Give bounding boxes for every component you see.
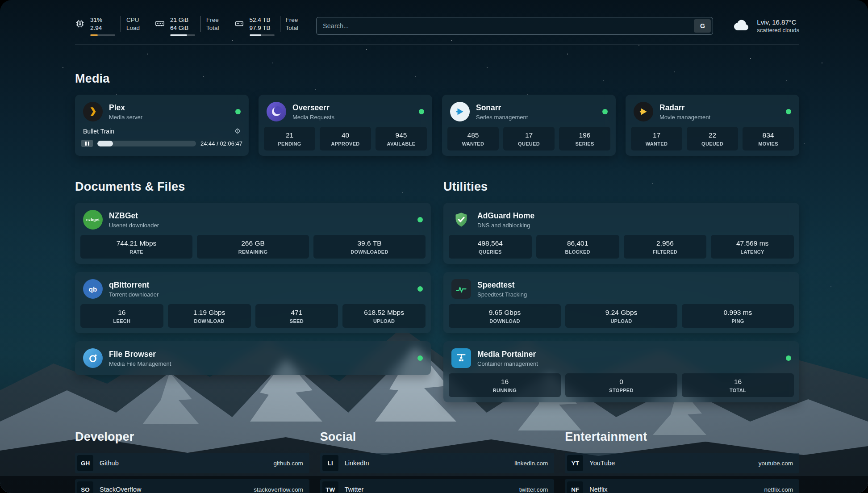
service-card-speedtest[interactable]: Speedtest Speedtest Tracking 9.65 Gbps D… xyxy=(443,272,799,333)
nzbget-subtitle: Usenet downloader xyxy=(109,222,159,229)
section-documents: Documents & Files nzbget NZBGet Usenet d… xyxy=(75,180,431,402)
now-playing-title: Bullet Train xyxy=(83,128,114,135)
radarr-name: Radarr xyxy=(659,103,710,113)
playback-time: 24:44 / 02:06:47 xyxy=(200,140,242,147)
service-card-plex[interactable]: Plex Media server Bullet Train ⚙ 24:44 /… xyxy=(75,95,249,156)
cpu-label-bottom: Load xyxy=(126,24,140,32)
stackoverflow-abbr-icon: SO xyxy=(77,481,93,493)
stat-running: 16 RUNNING xyxy=(449,373,561,397)
sonarr-icon xyxy=(450,102,470,121)
twitter-abbr-icon: TW xyxy=(322,481,338,493)
radarr-icon xyxy=(634,102,653,121)
stat-series: 196 SERIES xyxy=(559,127,610,150)
stat-stopped: 0 STOPPED xyxy=(565,373,677,397)
nzbget-status-dot xyxy=(417,217,423,222)
section-title-utilities: Utilities xyxy=(443,180,799,194)
section-utilities: Utilities xyxy=(443,180,799,402)
service-card-nzbget[interactable]: nzbget NZBGet Usenet downloader 744.21 M… xyxy=(75,203,431,264)
portainer-subtitle: Container management xyxy=(477,360,538,367)
disk-widget: 52.4 TB 97.9 TB Free Total xyxy=(234,16,299,36)
plex-status-dot xyxy=(235,109,241,114)
sonarr-status-dot xyxy=(602,109,608,114)
stat-wanted: 485 WANTED xyxy=(447,127,499,150)
cpu-load-value: 2.94 xyxy=(90,24,115,32)
qbittorrent-icon: qb xyxy=(83,279,103,299)
bookmark-netflix[interactable]: NF Netflix netflix.com xyxy=(565,479,799,493)
filebrowser-icon xyxy=(83,348,103,368)
weather-location: Lviv, 16.87°C xyxy=(757,18,799,26)
plex-icon xyxy=(83,102,103,121)
github-abbr-icon: GH xyxy=(77,455,93,471)
speedtest-icon xyxy=(451,279,471,299)
overseerr-status-dot xyxy=(419,109,424,114)
ram-free-value: 21 GiB xyxy=(170,16,195,24)
gear-icon[interactable]: ⚙ xyxy=(234,127,241,135)
stat-pending: 21 PENDING xyxy=(264,127,315,150)
ram-total-value: 64 GiB xyxy=(170,24,195,32)
section-title-developer: Developer xyxy=(75,430,309,444)
disk-icon xyxy=(234,16,244,30)
bookmark-stackoverflow[interactable]: SO StackOverflow stackoverflow.com xyxy=(75,479,309,493)
section-title-entertainment: Entertainment xyxy=(565,430,799,444)
portainer-status-dot xyxy=(786,355,791,361)
stat-total: 16 TOTAL xyxy=(682,373,794,397)
playback-progress-bar[interactable] xyxy=(97,141,196,146)
ram-label-bottom: Total xyxy=(206,24,219,32)
bookmark-github[interactable]: GH Github github.com xyxy=(75,453,309,473)
radarr-subtitle: Movie management xyxy=(659,114,710,121)
stat-upload: 9.24 Gbps UPLOAD xyxy=(565,304,677,328)
search-input[interactable] xyxy=(317,22,692,29)
ram-widget: 21 GiB 64 GiB Free Total xyxy=(155,16,219,36)
service-card-overseerr[interactable]: Overseerr Media Requests 21 PENDING 40 A… xyxy=(259,95,432,156)
overseerr-name: Overseerr xyxy=(292,103,334,113)
qbittorrent-subtitle: Torrent downloader xyxy=(109,291,159,298)
pause-button[interactable] xyxy=(81,140,93,147)
service-card-qbittorrent[interactable]: qb qBittorrent Torrent downloader 16 xyxy=(75,272,431,333)
search-bar[interactable]: G xyxy=(316,17,713,35)
weather-widget: Lviv, 16.87°C scattered clouds xyxy=(733,18,799,34)
filebrowser-name: File Browser xyxy=(109,350,171,359)
service-card-sonarr[interactable]: Sonarr Series management 485 WANTED 17 Q… xyxy=(442,95,616,156)
ram-usage-bar xyxy=(170,34,195,36)
qbittorrent-icon-label: qb xyxy=(89,285,97,293)
search-engine-button[interactable]: G xyxy=(694,19,711,33)
stat-filtered: 2,956 FILTERED xyxy=(624,235,707,259)
bookmark-twitter[interactable]: TW Twitter twitter.com xyxy=(320,479,555,493)
adguard-name: AdGuard Home xyxy=(477,211,534,221)
service-card-adguard[interactable]: AdGuard Home DNS and adblocking 498,564 … xyxy=(443,203,799,264)
stat-approved: 40 APPROVED xyxy=(320,127,371,150)
adguard-icon xyxy=(451,210,471,230)
stat-download: 9.65 Gbps DOWNLOAD xyxy=(449,304,561,328)
bookmark-youtube[interactable]: YT YouTube youtube.com xyxy=(565,453,799,473)
stat-downloaded: 39.6 TB DOWNLOADED xyxy=(313,235,426,259)
overseerr-subtitle: Media Requests xyxy=(292,114,334,121)
service-card-radarr[interactable]: Radarr Movie management 17 WANTED 22 QUE… xyxy=(626,95,799,156)
disk-label-top: Free xyxy=(286,16,299,24)
nzbget-icon: nzbget xyxy=(83,210,103,230)
stat-wanted: 17 WANTED xyxy=(631,127,682,150)
linkedin-abbr-icon: LI xyxy=(322,455,338,471)
cpu-icon xyxy=(75,16,85,30)
plex-subtitle: Media server xyxy=(109,114,142,121)
stat-rate: 744.21 Mbps RATE xyxy=(80,235,192,259)
speedtest-name: Speedtest xyxy=(477,280,527,290)
sonarr-name: Sonarr xyxy=(476,103,528,113)
plex-player: 24:44 / 02:06:47 xyxy=(80,140,243,149)
adguard-subtitle: DNS and adblocking xyxy=(477,222,534,229)
stat-queued: 17 QUEUED xyxy=(503,127,555,150)
section-title-media: Media xyxy=(75,72,799,86)
stat-queries: 498,564 QUERIES xyxy=(449,235,532,259)
stat-remaining: 266 GB REMAINING xyxy=(197,235,309,259)
cpu-widget: 31% 2.94 CPU Load xyxy=(75,16,140,36)
plex-name: Plex xyxy=(109,103,142,113)
bookmark-linkedin[interactable]: LI LinkedIn linkedin.com xyxy=(320,453,555,473)
service-card-portainer[interactable]: Media Portainer Container management 16 … xyxy=(443,341,799,402)
weather-condition: scattered clouds xyxy=(757,27,799,33)
ram-label-top: Free xyxy=(206,16,219,24)
disk-total-value: 97.9 TB xyxy=(250,24,275,32)
service-card-filebrowser[interactable]: File Browser Media File Management xyxy=(75,341,431,375)
qbittorrent-status-dot xyxy=(417,286,423,292)
dashboard-screen: 31% 2.94 CPU Load xyxy=(0,0,868,493)
section-title-social: Social xyxy=(320,430,555,444)
stat-seed: 471 SEED xyxy=(255,304,338,328)
